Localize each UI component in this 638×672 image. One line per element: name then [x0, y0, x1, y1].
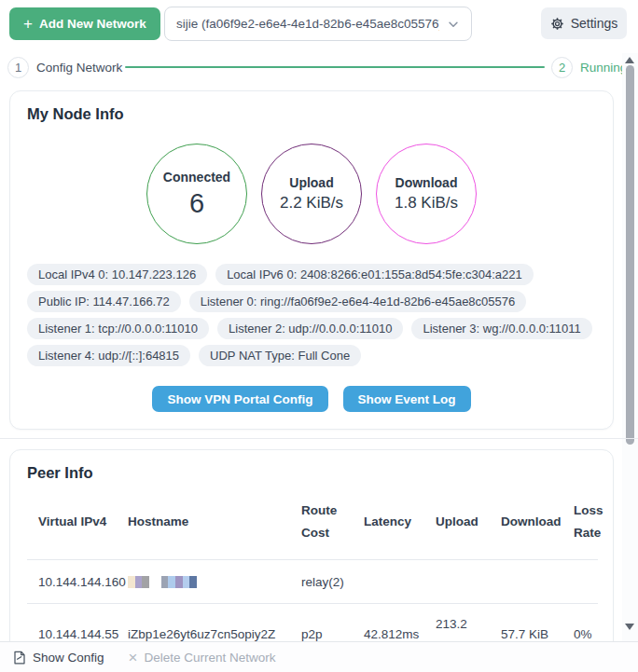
upload-stat-circle: Upload 2.2 KiB/s: [261, 144, 362, 244]
my-node-info-card: My Node Info Connected 6 Upload 2.2 KiB/…: [9, 90, 614, 430]
show-event-log-button[interactable]: Show Event Log: [343, 386, 471, 412]
app-window: + Add New Network sijie (fa06f9e2-e6e4-4…: [0, 0, 638, 672]
delete-network-label: Delete Current Network: [144, 651, 275, 665]
scrollbar-up-arrow-icon[interactable]: [625, 57, 634, 63]
col-download: Download: [501, 511, 574, 533]
connected-value: 6: [189, 188, 204, 219]
peer-2-ip: 10.144.144.55: [38, 627, 128, 641]
peer-1-ip: 10.144.144.160: [38, 575, 128, 589]
settings-button[interactable]: Settings: [541, 7, 627, 39]
peer-row-1: 10.144.144.160 relay(2): [27, 560, 598, 604]
config-file-icon: [13, 651, 26, 665]
peer-2-route-cost: p2p: [301, 627, 364, 641]
network-select-value: sijie (fa06f9e2-e6e4-4e1d-82b6-e45ae8c05…: [176, 17, 439, 31]
show-config-button[interactable]: Show Config: [13, 651, 104, 665]
my-node-info-title: My Node Info: [27, 105, 124, 123]
node-info-tag: Listener 2: udp://0.0.0.0:11010: [217, 318, 403, 339]
upload-label: Upload: [289, 175, 333, 190]
peer-info-title: Peer Info: [27, 464, 93, 482]
show-vpn-portal-config-button[interactable]: Show VPN Portal Config: [152, 386, 327, 412]
node-info-tag: UDP NAT Type: Full Cone: [199, 345, 361, 366]
close-icon: ×: [129, 650, 138, 665]
stepper: 1 Config Network 2 Running: [0, 53, 623, 83]
connected-stat-circle: Connected 6: [146, 144, 247, 244]
col-loss-rate: Loss Rate: [574, 500, 603, 544]
connected-label: Connected: [163, 170, 230, 185]
peer-2-latency: 42.812ms: [364, 627, 436, 641]
download-stat-circle: Download 1.8 KiB/s: [376, 144, 477, 244]
step-1-circle: 1: [7, 57, 29, 78]
section-divider: [0, 438, 638, 439]
chevron-down-icon: [447, 18, 460, 31]
peer-2-upload: 213.2: [436, 617, 467, 631]
col-hostname: Hostname: [128, 511, 301, 533]
step-1-label: Config Network: [36, 61, 122, 75]
step-2-label: Running: [580, 61, 627, 75]
footer-bar: Show Config × Delete Current Network: [0, 641, 638, 672]
peer-info-card: Peer Info Virtual IPv4 Hostname Route Co…: [9, 449, 614, 672]
download-label: Download: [395, 175, 458, 190]
scrollbar-thumb[interactable]: [626, 65, 634, 445]
plus-icon: +: [23, 16, 33, 32]
vertical-scrollbar[interactable]: [622, 53, 638, 641]
gear-icon: [550, 17, 564, 31]
peer-2-loss-rate: 0%: [574, 627, 598, 641]
top-toolbar: + Add New Network sijie (fa06f9e2-e6e4-4…: [0, 0, 638, 51]
node-info-tag: Listener 1: tcp://0.0.0.0:11010: [27, 318, 209, 339]
peer-table: Virtual IPv4 Hostname Route Cost Latency…: [27, 484, 598, 664]
node-info-tag: Listener 4: udp://[::]:64815: [27, 345, 190, 366]
add-new-network-button[interactable]: + Add New Network: [9, 7, 160, 40]
node-info-tag: Local IPv4 0: 10.147.223.126: [27, 264, 207, 285]
step-1-number: 1: [15, 61, 21, 75]
node-actions: Show VPN Portal Config Show Event Log: [10, 386, 613, 412]
node-info-tag: Public IP: 114.47.166.72: [27, 291, 181, 312]
peer-2-download: 57.7 KiB: [501, 627, 574, 641]
step-2-number: 2: [559, 61, 565, 75]
show-config-label: Show Config: [33, 651, 104, 665]
node-info-tag: Listener 0: ring://fa06f9e2-e6e4-4e1d-82…: [189, 291, 527, 312]
stepper-connector-line: [125, 66, 545, 68]
node-tags: Local IPv4 0: 10.147.223.126Local IPv6 0…: [27, 264, 598, 366]
col-latency: Latency: [364, 511, 436, 533]
step-2-circle: 2: [551, 57, 573, 78]
peer-1-route-cost: relay(2): [301, 575, 364, 589]
peer-2-hostname: iZbp1e26yt6uz7cn5opiy2Z: [128, 627, 301, 641]
add-new-network-label: Add New Network: [39, 17, 146, 31]
col-route-cost: Route Cost: [301, 500, 364, 544]
peer-table-header: Virtual IPv4 Hostname Route Cost Latency…: [27, 484, 598, 560]
download-value: 1.8 KiB/s: [395, 194, 458, 213]
node-info-tag: Listener 3: wg://0.0.0.0:11011: [411, 318, 591, 339]
redacted-hostname: [128, 576, 301, 588]
node-stats: Connected 6 Upload 2.2 KiB/s Download 1.…: [10, 144, 613, 244]
upload-value: 2.2 KiB/s: [280, 194, 343, 213]
col-virtual-ipv4: Virtual IPv4: [38, 511, 128, 533]
col-upload: Upload: [436, 511, 501, 533]
node-info-tag: Local IPv6 0: 2408:8266:e01:155a:8d54:5f…: [215, 264, 534, 285]
network-select[interactable]: sijie (fa06f9e2-e6e4-4e1d-82b6-e45ae8c05…: [164, 7, 472, 41]
settings-label: Settings: [571, 16, 618, 31]
scrollbar-down-arrow-icon[interactable]: [625, 624, 634, 630]
delete-current-network-button[interactable]: × Delete Current Network: [129, 650, 276, 665]
